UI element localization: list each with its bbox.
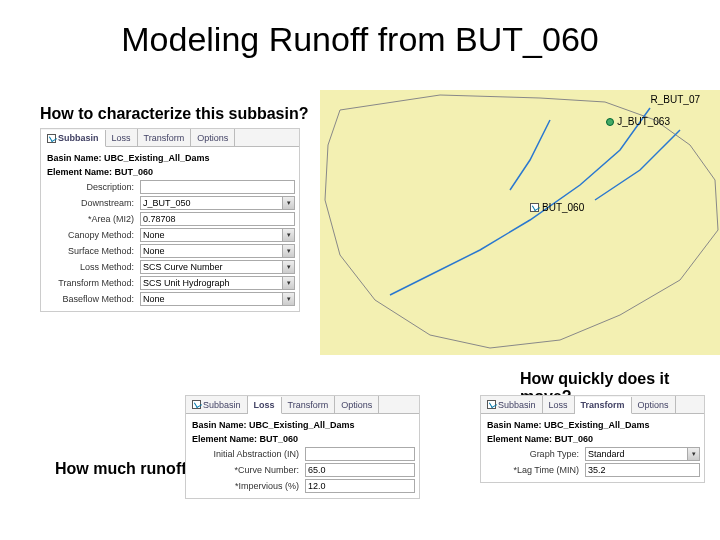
chevron-down-icon: ▾ bbox=[282, 293, 294, 305]
panel2-body: Basin Name: UBC_Existing_All_Dams Elemen… bbox=[186, 414, 419, 498]
chevron-down-icon: ▾ bbox=[282, 261, 294, 273]
map-reach-label: R_BUT_07 bbox=[651, 94, 700, 105]
loss-label: Loss Method: bbox=[45, 262, 140, 272]
chevron-down-icon: ▾ bbox=[282, 277, 294, 289]
area-label: *Area (MI2) bbox=[45, 214, 140, 224]
panel2-tabs: Subbasin Loss Transform Options bbox=[186, 396, 419, 414]
basin-name-label: Basin Name: bbox=[192, 420, 247, 430]
canopy-select[interactable]: None▾ bbox=[140, 228, 295, 242]
tab-subbasin[interactable]: Subbasin bbox=[41, 130, 106, 147]
tab-options[interactable]: Options bbox=[191, 129, 235, 146]
question-runoff: How much runoff? bbox=[55, 460, 196, 478]
map-subbasin-label: BUT_060 bbox=[530, 202, 584, 213]
map-junction-label: J_BUT_063 bbox=[606, 116, 670, 127]
question-characterize: How to characterize this subbasin? bbox=[40, 105, 309, 123]
baseflow-label: Baseflow Method: bbox=[45, 294, 140, 304]
description-input[interactable] bbox=[140, 180, 295, 194]
transform-panel: Subbasin Loss Transform Options Basin Na… bbox=[480, 395, 705, 483]
panel3-body: Basin Name: UBC_Existing_All_Dams Elemen… bbox=[481, 414, 704, 482]
tab-transform[interactable]: Transform bbox=[138, 129, 192, 146]
basin-name-label: Basin Name: bbox=[487, 420, 542, 430]
chevron-down-icon: ▾ bbox=[282, 245, 294, 257]
element-name-value: BUT_060 bbox=[115, 167, 154, 177]
lag-input[interactable]: 35.2 bbox=[585, 463, 700, 477]
graph-type-select[interactable]: Standard▾ bbox=[585, 447, 700, 461]
basin-name-value: UBC_Existing_All_Dams bbox=[544, 420, 650, 430]
transform-label: Transform Method: bbox=[45, 278, 140, 288]
surface-label: Surface Method: bbox=[45, 246, 140, 256]
chevron-down-icon: ▾ bbox=[687, 448, 699, 460]
subbasin-tab-icon bbox=[47, 134, 56, 143]
subbasin-text: BUT_060 bbox=[542, 202, 584, 213]
tab-loss[interactable]: Loss bbox=[248, 397, 282, 414]
ia-label: Initial Abstraction (IN) bbox=[190, 449, 305, 459]
chevron-down-icon: ▾ bbox=[282, 197, 294, 209]
subbasin-tab-icon bbox=[487, 400, 496, 409]
graph-type-label: Graph Type: bbox=[485, 449, 585, 459]
element-name-value: BUT_060 bbox=[555, 434, 594, 444]
junction-text: J_BUT_063 bbox=[617, 116, 670, 127]
svg-marker-0 bbox=[325, 95, 718, 348]
cn-label: *Curve Number: bbox=[190, 465, 305, 475]
surface-select[interactable]: None▾ bbox=[140, 244, 295, 258]
subbasin-tab-icon bbox=[192, 400, 201, 409]
element-name-label: Element Name: bbox=[192, 434, 257, 444]
slide-title: Modeling Runoff from BUT_060 bbox=[0, 20, 720, 59]
downstream-select[interactable]: J_BUT_050▾ bbox=[140, 196, 295, 210]
lag-label: *Lag Time (MIN) bbox=[485, 465, 585, 475]
tab-loss[interactable]: Loss bbox=[543, 396, 575, 413]
panel1-tabs: Subbasin Loss Transform Options bbox=[41, 129, 299, 147]
basin-name-value: UBC_Existing_All_Dams bbox=[249, 420, 355, 430]
ia-input[interactable] bbox=[305, 447, 415, 461]
tab-loss[interactable]: Loss bbox=[106, 129, 138, 146]
loss-select[interactable]: SCS Curve Number▾ bbox=[140, 260, 295, 274]
tab-options[interactable]: Options bbox=[632, 396, 676, 413]
chevron-down-icon: ▾ bbox=[282, 229, 294, 241]
junction-icon bbox=[606, 118, 614, 126]
slide: Modeling Runoff from BUT_060 How to char… bbox=[0, 0, 720, 540]
tab-options[interactable]: Options bbox=[335, 396, 379, 413]
imp-label: *Impervious (%) bbox=[190, 481, 305, 491]
basin-name-value: UBC_Existing_All_Dams bbox=[104, 153, 210, 163]
subbasin-properties-panel: Subbasin Loss Transform Options Basin Na… bbox=[40, 128, 300, 312]
element-name-value: BUT_060 bbox=[260, 434, 299, 444]
canopy-label: Canopy Method: bbox=[45, 230, 140, 240]
tab-transform[interactable]: Transform bbox=[282, 396, 336, 413]
element-name-label: Element Name: bbox=[47, 167, 112, 177]
tab-subbasin[interactable]: Subbasin bbox=[186, 396, 248, 413]
basin-map: R_BUT_07 J_BUT_063 BUT_060 bbox=[320, 90, 720, 355]
cn-input[interactable]: 65.0 bbox=[305, 463, 415, 477]
description-label: Description: bbox=[45, 182, 140, 192]
map-svg bbox=[320, 90, 720, 355]
baseflow-select[interactable]: None▾ bbox=[140, 292, 295, 306]
subbasin-icon bbox=[530, 203, 539, 212]
area-input[interactable]: 0.78708 bbox=[140, 212, 295, 226]
imp-input[interactable]: 12.0 bbox=[305, 479, 415, 493]
element-name-label: Element Name: bbox=[487, 434, 552, 444]
downstream-label: Downstream: bbox=[45, 198, 140, 208]
basin-name-label: Basin Name: bbox=[47, 153, 102, 163]
tab-transform[interactable]: Transform bbox=[575, 397, 632, 414]
tab-subbasin[interactable]: Subbasin bbox=[481, 396, 543, 413]
panel3-tabs: Subbasin Loss Transform Options bbox=[481, 396, 704, 414]
panel1-body: Basin Name: UBC_Existing_All_Dams Elemen… bbox=[41, 147, 299, 311]
reach-text: R_BUT_07 bbox=[651, 94, 700, 105]
transform-select[interactable]: SCS Unit Hydrograph▾ bbox=[140, 276, 295, 290]
loss-panel: Subbasin Loss Transform Options Basin Na… bbox=[185, 395, 420, 499]
